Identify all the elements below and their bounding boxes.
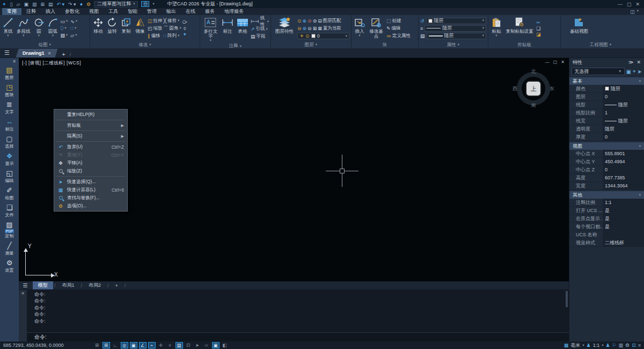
prop-row-linetype-scale[interactable]: 线型比例 1 — [569, 109, 644, 117]
menu-item-repeat-help[interactable]: 重复HELP(R) — [54, 111, 127, 119]
hatch-tool-button[interactable]: ▧▾ — [61, 32, 68, 39]
layer-select-combo[interactable]: ☀ ⊙ 0 ▾ — [297, 33, 349, 39]
prop-row-center-z[interactable]: 中心点 Z 0 — [569, 166, 644, 174]
chevron-down-icon[interactable]: ▾ — [152, 2, 154, 6]
chevron-down-icon[interactable]: ▾ — [602, 344, 603, 347]
polar-tracking-toggle[interactable]: ◎ — [121, 342, 128, 348]
plot-icon[interactable]: ⊞ — [40, 2, 45, 7]
toolbox-draw[interactable]: ✐ 绘图 — [4, 185, 15, 201]
mirror-tool-button[interactable]: 镜像 — [134, 16, 147, 41]
prop-row-width[interactable]: 宽度 1344.3064 — [569, 182, 644, 190]
region-tool-button[interactable]: ▱▾ — [70, 32, 77, 39]
prop-row-ucs-at-origin[interactable]: 在原点显示 ... 是 — [569, 215, 644, 223]
viewport-minimize-icon[interactable]: — — [545, 60, 550, 64]
object-color-combo[interactable]: 随层 ▾ — [426, 18, 486, 24]
quick-select-icon[interactable]: ➤ — [638, 69, 642, 75]
menu-item-undo[interactable]: ↶ 放弃(U) Ctrl+Z — [54, 143, 127, 151]
edit-base-point-button[interactable]: 修改基点 — [367, 16, 385, 41]
compass-north[interactable]: 北 — [531, 68, 536, 75]
layer-on-icon[interactable]: ⊙ — [297, 18, 302, 24]
ribbon-style-icon[interactable]: ◫ — [630, 9, 635, 14]
prop-row-thickness[interactable]: 厚度 0 — [569, 133, 644, 141]
new-file-icon[interactable]: ▯ — [10, 2, 13, 7]
paste-special-icon[interactable]: ◪ — [536, 32, 541, 37]
menu-item-pan[interactable]: ✥ 平移(A) — [54, 159, 127, 167]
command-scrollbar[interactable] — [566, 291, 568, 307]
lineweight-display-toggle[interactable]: ≡ — [166, 342, 174, 348]
menu-item-options[interactable]: ⚙ 选项(O)... — [54, 202, 127, 210]
maximize-button[interactable]: ▢ — [627, 2, 632, 7]
status-settings-gear-icon[interactable]: ⚙ — [625, 343, 630, 348]
prop-row-annotation-scale[interactable]: 注释比例 1:1 — [569, 199, 644, 207]
compass-south[interactable]: 南 — [531, 102, 536, 109]
layer-walk-icon[interactable]: ⊟ — [318, 18, 322, 24]
redo-icon[interactable]: ↷ ▾ — [68, 2, 76, 7]
toolbox-pgp[interactable]: ▨ PGP 定制 — [4, 220, 15, 239]
section-basic[interactable]: 基本▾ — [569, 77, 644, 85]
prop-row-transparency[interactable]: 透明度 随层 — [569, 125, 644, 133]
toolbox-file[interactable]: ❏ 文件 — [4, 202, 15, 218]
quick-properties-toggle[interactable]: ➤ — [194, 342, 201, 348]
base-view-button[interactable]: 基础视图 — [568, 16, 590, 41]
menu-item-quick-calc[interactable]: ▦ 快速计算器(L) Ctrl+8 — [54, 186, 127, 194]
prop-row-linetype[interactable]: 线型 随层 — [569, 101, 644, 109]
copy-tool-button[interactable]: 复制 — [120, 16, 133, 41]
layer-thaw-icon[interactable]: ⊛ — [303, 26, 307, 31]
view-compass[interactable]: 北 南 西 东 上 — [514, 69, 553, 108]
workspace-selector[interactable]: 二维草图与注释 ▾ — [94, 1, 138, 8]
erase-icon[interactable]: ◊ — [184, 26, 186, 31]
menu-output[interactable]: 输出 — [162, 8, 181, 15]
layer-unlock-icon[interactable]: ⊝ — [308, 26, 312, 31]
prop-row-height[interactable]: 高度 607.7385 — [569, 174, 644, 182]
linear-dim-button[interactable]: ⊢⊣线性▾ — [251, 18, 269, 25]
block-panel-footer[interactable]: 块 — [352, 41, 418, 48]
crosshair-style-toggle[interactable]: ✛ — [157, 342, 165, 348]
dimension-tool-button[interactable]: 标注 — [221, 16, 235, 42]
leader-button[interactable]: ↗引线▾ — [251, 26, 269, 33]
linetype-combo[interactable]: 随层 ▾ — [425, 25, 486, 32]
menu-item-clipboard[interactable]: 剪贴板 ▶ — [54, 121, 127, 129]
prop-row-center-y[interactable]: 中心点 Y 450.4994 — [569, 158, 644, 166]
layer-properties-button[interactable]: 图层特性 — [273, 16, 296, 41]
prop-row-ucs-name[interactable]: UCS 名称 — [569, 231, 644, 239]
compass-east[interactable]: 东 — [550, 85, 554, 92]
viewport-restore-icon[interactable]: ▢ — [553, 60, 558, 64]
osnap-toggle[interactable]: ▣ — [130, 342, 137, 348]
workspace-badge-icon[interactable]: 合 — [141, 1, 149, 7]
stretch-tool-button[interactable]: ◫拉伸 — [148, 17, 163, 24]
section-view[interactable]: 视图▾ — [569, 142, 644, 150]
ellipse-tool-button[interactable]: ⬯▾ — [61, 25, 68, 32]
quick-view-icon[interactable]: ▥ — [619, 343, 624, 348]
array-tool-button[interactable]: ∷阵列▾ — [164, 32, 181, 39]
menu-geo[interactable]: 地理服务 — [219, 8, 248, 15]
menu-tools[interactable]: 工具 — [104, 8, 123, 15]
explode-icon[interactable]: ✦ — [183, 32, 187, 37]
trim-tool-button[interactable]: ╳修剪▾ — [164, 17, 181, 24]
spline-tool-button[interactable]: ∿▾ — [70, 18, 77, 25]
tab-drawing1[interactable]: Drawing1 ✕ — [16, 49, 57, 57]
create-block-button[interactable]: ⬚创建 — [386, 17, 411, 24]
properties-panel-footer[interactable]: 属性▾ — [419, 41, 488, 48]
save-as-icon[interactable]: ▥ — [32, 2, 37, 7]
clipboard-panel-footer[interactable]: 剪贴板 — [488, 41, 560, 48]
field-button[interactable]: ▤字段 — [251, 33, 269, 40]
section-other[interactable]: 其他▾ — [569, 191, 644, 199]
menu-item-quick-select[interactable]: ➤ 快速选择(Q)... — [54, 178, 127, 186]
compass-west[interactable]: 西 — [513, 85, 517, 92]
close-button[interactable]: ✕ — [635, 2, 640, 7]
layer-set-current-button[interactable]: 置为当前 — [323, 25, 341, 32]
menu-manage[interactable]: 管理 — [142, 8, 162, 15]
chevron-down-icon[interactable]: ▾ — [582, 344, 584, 347]
prop-row-viewport-ucs[interactable]: 每个视口都... 是 — [569, 223, 644, 231]
layer-iso-icon[interactable]: ⊜ — [313, 18, 317, 24]
engview-panel-footer[interactable]: 工程视图▾ — [561, 41, 640, 48]
menu-parametric[interactable]: 参数化 — [60, 8, 84, 15]
line-tool-button[interactable]: 直线 ▾ — [2, 16, 14, 41]
insert-block-button[interactable]: 插入 ▾ — [353, 16, 366, 41]
toolbox-blocks[interactable]: ◳ 图块 — [4, 82, 15, 98]
offset-tool-button[interactable]: ∥偏移 — [148, 32, 163, 39]
new-tab-button[interactable]: + — [62, 51, 65, 57]
toolbox-measure[interactable]: ╱ 测量 — [4, 241, 15, 256]
menu-item-find-replace[interactable]: 查找与替换(F)... — [54, 194, 127, 202]
toolbox-settings[interactable]: ⚙ 设置 — [4, 258, 15, 273]
